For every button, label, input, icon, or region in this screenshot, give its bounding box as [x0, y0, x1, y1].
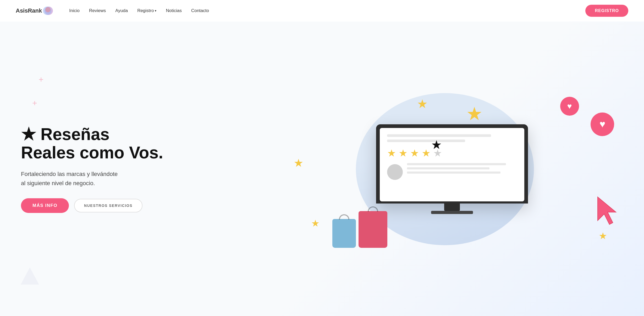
- hero-title-line2: Reales como Vos.: [21, 143, 163, 162]
- monitor-frame: ★ ★ ★ ★ ★: [376, 124, 528, 203]
- svg-marker-3: [21, 267, 39, 285]
- screen-line-2: [387, 140, 465, 142]
- nav-link-contacto[interactable]: Contacto: [191, 8, 209, 13]
- bag-handle-blue: [339, 214, 349, 219]
- heart-badge-2: ♥: [591, 113, 614, 136]
- nav-registro-button[interactable]: REGISTRO: [585, 5, 628, 17]
- nav-link-ayuda[interactable]: Ayuda: [115, 8, 128, 13]
- screen-avatar: [387, 164, 403, 180]
- nav-item-contacto[interactable]: Contacto: [191, 8, 209, 13]
- nav-item-inicio[interactable]: Inicio: [69, 8, 80, 13]
- nav-links: Inicio Reviews Ayuda Registro Noticias C…: [69, 8, 585, 13]
- hero-section: + + ★ Reseñas Reales como Vos. Fortaleci…: [0, 22, 644, 316]
- heart-badge-1: ♥: [560, 97, 579, 116]
- screen-text-line-1: [407, 163, 506, 165]
- monitor-illustration: ★ ★ ★ ★ ★: [376, 124, 528, 214]
- svg-marker-4: [598, 197, 616, 224]
- screen-line-1: [387, 134, 491, 137]
- nav-item-noticias[interactable]: Noticias: [166, 8, 181, 13]
- float-star-black: ★: [431, 138, 442, 152]
- screen-text-line-3: [407, 172, 500, 174]
- float-star-5: ★: [294, 157, 304, 169]
- brand-name: AsisRank: [16, 7, 42, 14]
- screen-text-lines: [407, 163, 517, 176]
- nav-item-registro[interactable]: Registro: [137, 8, 156, 13]
- float-star-1: ★: [417, 97, 428, 111]
- screen-star-2: ★: [399, 147, 408, 159]
- hero-illustration: ★ ★ ★ ★ ★ ★ ♥ ♥ ★ ★ ★ ★: [276, 90, 628, 248]
- hero-title: ★ Reseñas Reales como Vos.: [21, 125, 276, 162]
- float-star-2: ★: [466, 103, 483, 125]
- bag-blue: [332, 219, 356, 248]
- nav-item-ayuda[interactable]: Ayuda: [115, 8, 128, 13]
- shopping-bags: [332, 211, 387, 248]
- screen-star-4: ★: [422, 147, 431, 159]
- nav-link-noticias[interactable]: Noticias: [166, 8, 181, 13]
- pink-cursor-icon: [595, 194, 621, 226]
- monitor-screen: ★ ★ ★ ★ ★: [380, 128, 524, 201]
- nav-link-registro[interactable]: Registro: [137, 8, 156, 13]
- nav-link-reviews[interactable]: Reviews: [89, 8, 106, 13]
- nav-item-reviews[interactable]: Reviews: [89, 8, 106, 13]
- svg-point-2: [45, 7, 51, 12]
- hero-title-line1: ★ Reseñas: [21, 125, 109, 144]
- float-star-4: ★: [599, 231, 607, 242]
- float-star-3: ★: [311, 218, 320, 229]
- monitor-base: [431, 211, 473, 214]
- bag-red: [359, 211, 387, 248]
- nav-link-inicio[interactable]: Inicio: [69, 8, 80, 13]
- deco-triangle: [19, 266, 40, 287]
- screen-star-3: ★: [410, 147, 419, 159]
- hero-subtitle: Fortaleciendo las marcas y llevándoteal …: [21, 169, 120, 188]
- hero-content: ★ Reseñas Reales como Vos. Fortaleciendo…: [21, 125, 276, 213]
- mas-info-button[interactable]: MÁS INFO: [21, 198, 69, 213]
- navbar: AsisRank Inicio Reviews Ayuda Registro N…: [0, 0, 644, 22]
- deco-plus-2: +: [32, 98, 37, 108]
- servicios-button[interactable]: NUESTROS SERVICIOS: [74, 199, 142, 212]
- heart-icon-1: ♥: [567, 102, 572, 111]
- hero-buttons: MÁS INFO NUESTROS SERVICIOS: [21, 198, 276, 213]
- screen-star-1: ★: [387, 147, 396, 159]
- screen-stars: ★ ★ ★ ★ ★: [387, 147, 517, 159]
- brand-icon: [43, 6, 53, 16]
- screen-text-line-2: [407, 167, 489, 169]
- monitor-stand: [444, 203, 460, 211]
- logo[interactable]: AsisRank: [16, 6, 53, 16]
- deco-plus-1: +: [39, 75, 44, 84]
- heart-icon-2: ♥: [599, 119, 606, 130]
